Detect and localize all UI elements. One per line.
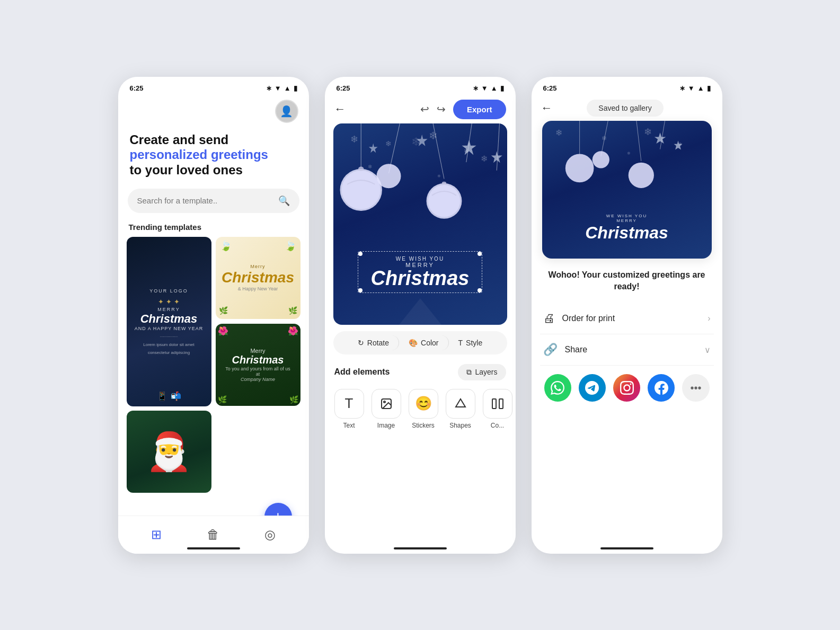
- undo-button[interactable]: ↩: [420, 103, 429, 116]
- shapes-label: Shapes: [449, 422, 471, 429]
- handle-tl[interactable]: [358, 252, 362, 256]
- whatsapp-button[interactable]: [544, 374, 571, 402]
- card1-deco-icons: 📱 📬: [157, 391, 181, 401]
- editor-canvas[interactable]: ❄ ❄ ❄ ❄ ❄ ❄ ❄ ❄: [333, 123, 507, 325]
- svg-rect-18: [492, 399, 496, 409]
- canvas-merry: MERRY: [371, 262, 470, 268]
- svg-point-11: [376, 164, 401, 188]
- shapes-element[interactable]: Shapes: [444, 389, 478, 429]
- telegram-button[interactable]: [579, 374, 606, 402]
- facebook-button[interactable]: [648, 374, 675, 402]
- color-tool[interactable]: 🎨 Color: [399, 335, 448, 350]
- back-button-2[interactable]: ←: [334, 102, 346, 116]
- result-preview: ❄ ❄ ❄ ❄ ❄ WE WISH YOU MERRY Christmas: [542, 121, 712, 259]
- santa-emoji: 🎅: [146, 430, 192, 473]
- stickers-element[interactable]: 😊 Stickers: [406, 389, 440, 429]
- layers-icon: ⧉: [466, 368, 472, 377]
- card1-tiny: ···············: [135, 334, 204, 339]
- svg-marker-13: [491, 151, 502, 163]
- back-button-3[interactable]: ←: [541, 101, 553, 115]
- card2-holly-left: 🍃: [220, 240, 232, 252]
- nav-home-icon[interactable]: ⊞: [151, 527, 162, 542]
- nav-explore-icon[interactable]: ◎: [264, 527, 276, 542]
- handle-tr[interactable]: [478, 252, 482, 256]
- color-icon: 🎨: [409, 339, 418, 347]
- result-header: ← Saved to gallery: [532, 95, 722, 121]
- bluetooth-icon: ∗: [266, 84, 272, 92]
- order-print-item[interactable]: 🖨 Order for print ›: [540, 303, 714, 334]
- svg-line-4: [497, 123, 499, 171]
- order-arrow: ›: [708, 314, 710, 323]
- card2-holly-right: 🍃: [285, 240, 296, 252]
- rotate-tool[interactable]: ↻ Rotate: [348, 335, 399, 350]
- wifi-icon-3: ▼: [688, 84, 695, 92]
- svg-rect-19: [499, 399, 503, 409]
- hero-section: Create and send personalized greetings t…: [118, 123, 309, 178]
- card3-company: Company Name: [223, 377, 293, 382]
- style-tool[interactable]: T Style: [449, 335, 492, 350]
- card2-merry: Merry: [222, 264, 294, 269]
- template-card-green-xmas[interactable]: 🌺 🌺 🌿 🌿 Merry Christmas To you and yours…: [216, 324, 300, 406]
- layers-label: Layers: [475, 368, 497, 376]
- svg-marker-27: [654, 132, 665, 144]
- status-bar-3: 6:25 ∗ ▼ ▲ ▮: [532, 77, 722, 95]
- rotate-icon: ↻: [358, 339, 364, 347]
- template-card-cream-xmas[interactable]: 🍃 🍃 🌿 🌿 Merry Christmas & Happy New Year: [216, 237, 300, 319]
- bluetooth-icon-2: ∗: [473, 84, 479, 92]
- instagram-button[interactable]: [613, 374, 640, 402]
- color-label: Color: [421, 339, 438, 347]
- canvas-christmas: Christmas: [371, 268, 470, 288]
- elements-title: Add elements: [334, 367, 390, 377]
- elements-bar: Add elements ⧉ Layers: [325, 354, 516, 380]
- rotate-label: Rotate: [367, 339, 389, 347]
- ornaments-svg: [333, 123, 507, 234]
- avatar[interactable]: 👤: [275, 100, 298, 123]
- canvas-we-wish: WE WISH YOU: [371, 256, 470, 262]
- editor-toolbar: ← ↩ ↪ Export: [325, 95, 516, 123]
- card3-to: To you and yours from all of us at: [223, 366, 293, 377]
- card3-flower-tl: 🌺: [218, 326, 228, 336]
- export-button[interactable]: Export: [453, 100, 506, 119]
- svg-line-22: [636, 121, 641, 161]
- svg-point-7: [358, 166, 364, 171]
- color-bg-label: Co...: [491, 422, 504, 429]
- hero-line1: Create and send: [130, 132, 297, 148]
- share-item[interactable]: 🔗 Share ∨: [540, 334, 714, 366]
- template-card-dark-xmas[interactable]: YOUR LOGO ✦ ✦ ✦ Merry Christmas AND A HA…: [127, 237, 211, 406]
- signal-icon-3: ▲: [697, 84, 704, 92]
- card2-christmas: Christmas: [222, 269, 294, 286]
- search-input[interactable]: [137, 196, 273, 205]
- hero-line3: to your loved ones: [130, 163, 297, 178]
- result-christmas: Christmas: [585, 223, 668, 243]
- template-card-santa[interactable]: 🎅: [127, 411, 211, 493]
- ready-message: Wohoo! Your customized greetings are rea…: [532, 259, 722, 293]
- handle-br[interactable]: [478, 288, 482, 292]
- more-share-button[interactable]: •••: [682, 374, 709, 402]
- color-element[interactable]: Co...: [481, 389, 515, 429]
- bluetooth-icon-3: ∗: [679, 84, 685, 92]
- text-element[interactable]: T Text: [332, 389, 366, 429]
- card3-text: Merry Christmas To you and yours from al…: [223, 348, 293, 382]
- facebook-icon: [655, 381, 668, 395]
- svg-point-26: [592, 151, 609, 168]
- nav-trash-icon[interactable]: 🗑: [207, 527, 219, 542]
- template-grid: YOUR LOGO ✦ ✦ ✦ Merry Christmas AND A HA…: [118, 237, 309, 493]
- battery-icon-3: ▮: [707, 84, 711, 92]
- redo-button[interactable]: ↪: [437, 103, 446, 116]
- search-bar[interactable]: 🔍: [128, 189, 299, 213]
- handle-bl[interactable]: [358, 288, 362, 292]
- svg-marker-28: [674, 140, 682, 149]
- elements-icons-row: T Text Image 😊 Stickers Shapes: [325, 380, 516, 429]
- result-merry: MERRY: [585, 218, 668, 223]
- svg-marker-14: [416, 134, 427, 146]
- phone-1: 6:25 ∗ ▼ ▲ ▮ 👤 Create and send personali…: [118, 77, 309, 554]
- canvas-text-selection[interactable]: WE WISH YOU MERRY Christmas: [358, 251, 483, 293]
- instagram-icon: [620, 381, 634, 395]
- hero-line2: personalized greetings: [130, 147, 297, 163]
- result-ornaments-svg: [542, 121, 712, 197]
- card3-merry: Merry: [223, 348, 293, 354]
- telegram-icon: [585, 381, 599, 395]
- layers-button[interactable]: ⧉ Layers: [458, 364, 506, 380]
- svg-line-2: [433, 123, 444, 179]
- image-element[interactable]: Image: [369, 389, 403, 429]
